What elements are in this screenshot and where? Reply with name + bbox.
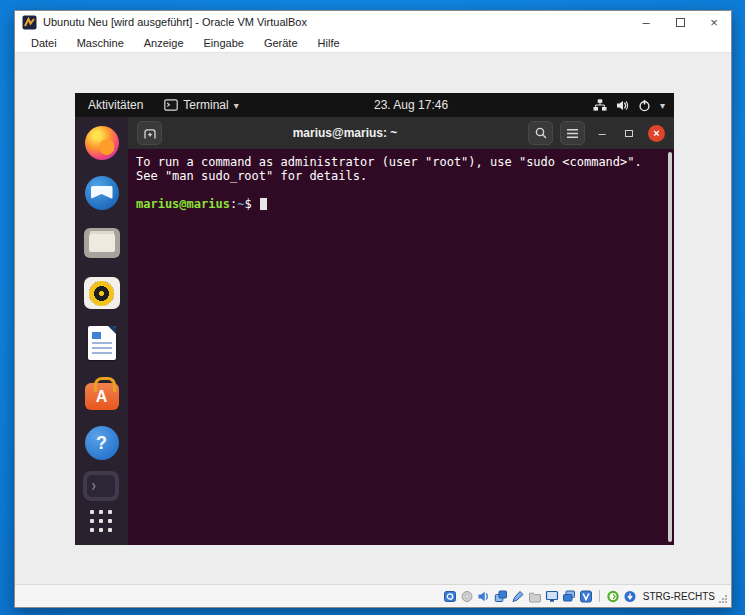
- windows-desktop: Ubunutu Neu [wird ausgeführt] - Oracle V…: [0, 0, 745, 615]
- host-key-label: STRG-RECHTS: [643, 591, 715, 602]
- menu-item-eingabe[interactable]: Eingabe: [194, 37, 254, 49]
- terminal-window: marius@marius: ~: [128, 117, 674, 545]
- app-menu-label: Terminal: [183, 98, 228, 112]
- menu-item-anzeige[interactable]: Anzeige: [134, 37, 194, 49]
- terminal-title: marius@marius: ~: [293, 126, 398, 140]
- statusbar-separator: [599, 590, 600, 602]
- menu-item-datei[interactable]: Datei: [21, 37, 67, 49]
- host-minimize-button[interactable]: –: [629, 11, 663, 33]
- terminal-minimize-button[interactable]: –: [592, 121, 612, 145]
- display-icon[interactable]: [545, 590, 559, 603]
- host-maximize-button[interactable]: [663, 11, 697, 33]
- dock-item-libreoffice-writer[interactable]: [84, 325, 120, 361]
- virtualbox-window: Ubunutu Neu [wird ausgeführt] - Oracle V…: [14, 10, 732, 608]
- system-menu-chevron-icon: ▾: [660, 100, 665, 111]
- files-folder-icon: [84, 228, 120, 258]
- dock-item-terminal[interactable]: ❯: [83, 471, 119, 501]
- help-icon: ?: [85, 426, 119, 460]
- dock-item-thunderbird[interactable]: [84, 175, 120, 211]
- terminal-prompt-line: marius@marius:~$: [136, 197, 666, 211]
- optical-drives-icon[interactable]: [460, 590, 474, 603]
- vm-screen: Aktivitäten Terminal ▾ 23. Aug 17:46: [75, 93, 674, 545]
- libreoffice-writer-icon: [88, 326, 116, 360]
- dock-item-ubuntu-software[interactable]: A: [84, 375, 120, 411]
- chevron-down-icon: ▾: [234, 100, 239, 111]
- host-statusbar: STRG-RECHTS: [15, 584, 731, 607]
- new-tab-button[interactable]: [137, 121, 162, 145]
- shared-folders-icon[interactable]: [528, 590, 542, 603]
- system-status-area[interactable]: ▾: [593, 99, 674, 112]
- terminal-output-line: See "man sudo_root" for details.: [136, 169, 666, 183]
- search-button[interactable]: [528, 121, 553, 145]
- window-title: Ubunutu Neu [wird ausgeführt] - Oracle V…: [43, 16, 629, 28]
- terminal-output-area[interactable]: To run a command as administrator (user …: [128, 149, 674, 545]
- host-menubar: Datei Maschine Anzeige Eingabe Geräte Hi…: [15, 33, 731, 53]
- menu-item-maschine[interactable]: Maschine: [67, 37, 134, 49]
- search-icon: [534, 126, 548, 140]
- menu-item-hilfe[interactable]: Hilfe: [308, 37, 350, 49]
- dock-item-rhythmbox[interactable]: [84, 275, 120, 311]
- terminal-output-line: To run a command as administrator (user …: [136, 155, 666, 169]
- volume-icon: [616, 99, 629, 112]
- menu-item-geraete[interactable]: Geräte: [254, 37, 308, 49]
- terminal-close-button[interactable]: ×: [648, 125, 665, 142]
- network-adapters-icon[interactable]: [494, 590, 508, 603]
- host-window-controls: – ×: [629, 11, 731, 33]
- ubuntu-dock: A ? ❯: [75, 117, 128, 545]
- terminal-restore-button[interactable]: [619, 121, 639, 145]
- prompt-user-host: marius@marius: [136, 197, 230, 211]
- app-menu-terminal[interactable]: Terminal ▾: [156, 98, 246, 112]
- terminal-app-icon: [164, 99, 178, 111]
- terminal-cursor: [260, 198, 267, 210]
- recording-icon[interactable]: [562, 590, 576, 603]
- virtualbox-logo-icon: [22, 15, 37, 30]
- power-icon: [638, 99, 651, 112]
- host-titlebar: Ubunutu Neu [wird ausgeführt] - Oracle V…: [15, 11, 731, 33]
- hard-disks-icon[interactable]: [443, 590, 457, 603]
- dock-item-files[interactable]: [84, 225, 120, 261]
- dock-item-firefox[interactable]: [84, 125, 120, 161]
- terminal-dock-icon: ❯: [87, 475, 115, 497]
- vm-desktop: A ? ❯: [75, 117, 674, 545]
- audio-icon[interactable]: [477, 590, 491, 603]
- terminal-headerbar: marius@marius: ~: [128, 117, 674, 149]
- ubuntu-software-icon: A: [85, 383, 119, 410]
- clock[interactable]: 23. Aug 17:46: [374, 93, 448, 117]
- firefox-icon: [85, 126, 119, 160]
- vm-features-icon[interactable]: [579, 590, 593, 603]
- terminal-scrollbar[interactable]: [668, 152, 672, 542]
- new-tab-icon: [142, 126, 158, 140]
- mouse-integration-icon[interactable]: [606, 590, 620, 603]
- activities-button[interactable]: Aktivitäten: [75, 98, 156, 112]
- menu-button[interactable]: [560, 121, 585, 145]
- host-close-button[interactable]: ×: [697, 11, 731, 33]
- show-applications-button[interactable]: [90, 510, 113, 533]
- rhythmbox-icon: [84, 277, 120, 309]
- usb-devices-icon[interactable]: [511, 590, 525, 603]
- network-tree-icon: [593, 99, 607, 111]
- prompt-symbol: $: [244, 197, 251, 211]
- thunderbird-icon: [85, 176, 119, 210]
- host-client-area: Aktivitäten Terminal ▾ 23. Aug 17:46: [15, 53, 731, 584]
- keyboard-capture-icon[interactable]: [623, 590, 637, 603]
- hamburger-menu-icon: [566, 128, 579, 139]
- dock-item-help[interactable]: ?: [84, 425, 120, 461]
- gnome-top-bar: Aktivitäten Terminal ▾ 23. Aug 17:46: [75, 93, 674, 117]
- resize-grip[interactable]: [725, 601, 727, 603]
